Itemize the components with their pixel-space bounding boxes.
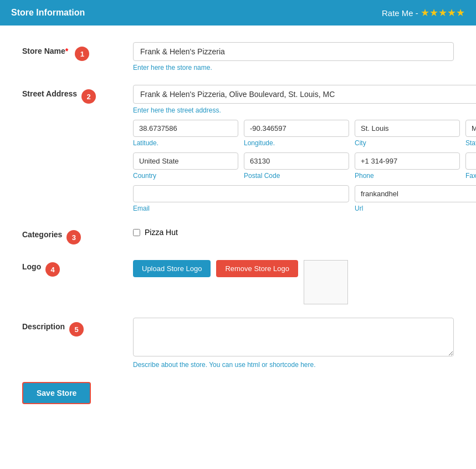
city-input[interactable] [355, 120, 460, 137]
description-hint: Describe about the store. You can use ht… [133, 361, 454, 369]
street-address-label: Street Address [22, 89, 77, 98]
street-address-input[interactable] [133, 85, 476, 104]
save-store-button[interactable]: Save Store [22, 382, 91, 404]
description-textarea[interactable] [133, 318, 454, 356]
street-address-field: Enter here the street address. Latitude.… [133, 85, 476, 212]
description-label: Description [22, 322, 65, 331]
logo-row: Logo 4 Upload Store Logo Remove Store Lo… [22, 258, 454, 304]
store-name-label-col: Store Name* 1 [22, 42, 133, 61]
description-field: Describe about the store. You can use ht… [133, 318, 454, 369]
header-title: Store Information [11, 8, 85, 18]
upload-logo-button[interactable]: Upload Store Logo [133, 260, 211, 277]
save-button-wrapper: Save Store [22, 382, 454, 404]
categories-label-col: Categories 3 [22, 226, 133, 244]
fax-input[interactable] [465, 152, 476, 170]
city-item: City [355, 120, 460, 147]
logo-label: Logo [22, 262, 41, 271]
store-name-input[interactable] [133, 42, 454, 61]
step-badge-4: 4 [45, 262, 60, 277]
form-content: Store Name* 1 Enter here the store name.… [0, 26, 476, 469]
store-name-hint: Enter here the store name. [133, 64, 454, 72]
state-input[interactable] [465, 120, 476, 137]
url-input[interactable] [355, 185, 476, 202]
url-label: Url [355, 205, 476, 212]
categories-field: Pizza Hut [133, 226, 454, 237]
store-name-row: Store Name* 1 Enter here the store name. [22, 42, 454, 72]
required-marker: * [65, 47, 68, 55]
fax-item: Fax [465, 152, 476, 180]
email-input[interactable] [133, 185, 349, 202]
phone-label: Phone [355, 172, 460, 180]
logo-label-col: Logo 4 [22, 258, 133, 277]
header: Store Information Rate Me - ★★★★★ [0, 0, 476, 26]
fax-label: Fax [465, 172, 476, 180]
stars: ★★★★★ [421, 7, 465, 18]
email-item: Email [133, 185, 349, 212]
category-checkbox-row: Pizza Hut [133, 228, 454, 237]
latitude-label: Latitude. [133, 139, 238, 147]
state-label: State [465, 139, 476, 147]
logo-field: Upload Store Logo Remove Store Logo [133, 258, 454, 304]
step-badge-5: 5 [69, 322, 84, 337]
country-item: Country [133, 152, 238, 180]
categories-row: Categories 3 Pizza Hut [22, 226, 454, 244]
logo-preview [304, 260, 348, 304]
step-badge-2: 2 [81, 89, 96, 104]
country-label: Country [133, 172, 238, 180]
postal-item: Postal Code [244, 152, 349, 180]
remove-logo-button[interactable]: Remove Store Logo [216, 260, 298, 277]
phone-input[interactable] [355, 152, 460, 170]
state-item: State [465, 120, 476, 147]
logo-buttons-row: Upload Store Logo Remove Store Logo [133, 260, 454, 304]
longitude-item: Longitude. [244, 120, 349, 147]
store-name-field: Enter here the store name. [133, 42, 454, 72]
category-checkbox[interactable] [133, 229, 140, 236]
postal-input[interactable] [244, 152, 349, 170]
categories-label: Categories [22, 230, 62, 239]
city-label: City [355, 139, 460, 147]
street-address-hint: Enter here the street address. [133, 106, 476, 114]
email-label: Email [133, 205, 349, 212]
longitude-label: Longitude. [244, 139, 349, 147]
street-address-row: Street Address 2 Enter here the street a… [22, 85, 454, 212]
email-url-grid: Email Url [133, 185, 476, 212]
step-badge-3: 3 [66, 230, 81, 244]
description-row: Description 5 Describe about the store. … [22, 318, 454, 369]
latitude-input[interactable] [133, 120, 238, 137]
postal-label: Postal Code [244, 172, 349, 180]
url-item: Url [355, 185, 476, 212]
latitude-item: Latitude. [133, 120, 238, 147]
longitude-input[interactable] [244, 120, 349, 137]
country-input[interactable] [133, 152, 238, 170]
header-rate: Rate Me - ★★★★★ [382, 7, 465, 19]
store-name-label: Store Name [22, 47, 65, 55]
street-address-label-col: Street Address 2 [22, 85, 133, 104]
step-badge-1: 1 [75, 47, 89, 61]
category-name: Pizza Hut [145, 228, 178, 237]
description-label-col: Description 5 [22, 318, 133, 337]
coord-grid: Latitude. Longitude. City State [133, 120, 476, 147]
phone-item: Phone [355, 152, 460, 180]
second-grid: Country Postal Code Phone Fax [133, 152, 476, 180]
